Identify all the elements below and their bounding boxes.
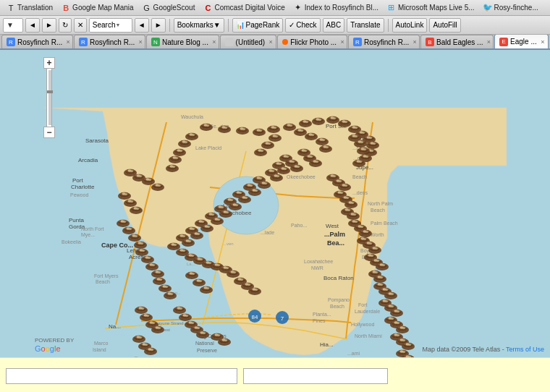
google-map-mania-icon: B [61, 3, 71, 13]
back-nav-button[interactable]: ◄ [135, 18, 149, 33]
tab-favicon-4 [225, 38, 234, 46]
map-container[interactable]: Sarasota Arcadia Port Charlotte Pewood P… [0, 50, 550, 357]
tab-close-4[interactable]: × [267, 38, 274, 46]
svg-text:...er: ...er [353, 155, 363, 161]
svg-text:Island: Island [93, 347, 106, 352]
tab-close-6[interactable]: × [411, 38, 418, 46]
svg-text:National: National [195, 341, 214, 346]
svg-text:...ayune Strand: ...ayune Strand [154, 321, 184, 325]
tab-eagle[interactable]: E Eagle ... × [494, 35, 549, 48]
svg-text:Hia...: Hia... [320, 341, 334, 348]
svg-text:...lade: ...lade [261, 230, 274, 235]
svg-text:North Palm: North Palm [368, 201, 393, 206]
refresh-button[interactable]: ↻ [59, 18, 72, 33]
svg-text:Bea...: Bea... [327, 239, 344, 247]
google-g: G [35, 344, 41, 353]
svg-text:Arcadia: Arcadia [78, 157, 98, 163]
tab-favicon-6: R [353, 38, 362, 46]
svg-text:84: 84 [252, 314, 258, 320]
svg-text:Fort Myers: Fort Myers [94, 273, 119, 279]
stop-icon: ✕ [77, 21, 83, 29]
tab-close-8[interactable]: × [539, 38, 546, 46]
googlescout-toolbar-item[interactable]: G GoogleScout [139, 1, 198, 14]
bottom-input-1[interactable] [6, 368, 237, 384]
tab-dot-5 [282, 39, 288, 45]
tab-close-5[interactable]: × [339, 38, 346, 46]
tab-label-2: Rosyfinch R... [90, 38, 135, 46]
tab-untitled[interactable]: (Untitled) × [220, 35, 277, 48]
svg-text:Pompano: Pompano [328, 297, 350, 303]
search-box[interactable]: Search ▼ [89, 18, 132, 33]
tab-close-3[interactable]: × [211, 38, 218, 46]
svg-text:Beach: Beach [330, 304, 344, 309]
refresh-icon: ↻ [62, 21, 68, 29]
tabs-bar: R Rosyfinch R... × R Rosyfinch R... × N … [0, 35, 550, 50]
svg-text:Hollywood: Hollywood [351, 322, 374, 328]
autolink-button[interactable]: AutoLink [392, 18, 428, 33]
tab-rosyfinch-2[interactable]: R Rosyfinch R... × [74, 35, 145, 48]
google-map-mania-toolbar-item[interactable]: B Google Map Mania [58, 1, 137, 14]
svg-text:Boca Raton: Boca Raton [323, 275, 354, 281]
svg-text:Forest: Forest [158, 328, 170, 332]
tab-label-1: Rosyfinch R... [17, 38, 62, 46]
pagerank-button[interactable]: 📊 PageRank [232, 18, 284, 33]
index-toolbar-item[interactable]: ✦ Index to Rosyfinch Bl... [290, 1, 381, 14]
microsoft-maps-toolbar-item[interactable]: ⊞ Microsoft Maps Live 5... [384, 1, 478, 14]
svg-text:Lake: Lake [223, 203, 236, 209]
svg-text:7: 7 [281, 315, 284, 322]
forward-button[interactable]: ► [42, 18, 56, 33]
tab-rosyfinch-3[interactable]: R Rosyfinch R... × [348, 35, 420, 48]
autofill-button[interactable]: AutoFill [429, 18, 460, 33]
tab-close-7[interactable]: × [485, 38, 492, 46]
forward-icon: ► [46, 21, 53, 29]
comcast-toolbar-item[interactable]: C Comcast Digital Voice [200, 1, 287, 14]
svg-text:Sarasota: Sarasota [85, 137, 109, 144]
tab-bald-eagles[interactable]: B Bald Eagles ... × [420, 35, 494, 48]
svg-text:...Palm: ...Palm [324, 231, 345, 238]
zoom-in-button[interactable]: + [43, 57, 55, 69]
svg-text:Se...ring: Se...ring [210, 124, 229, 129]
svg-text:Planta...: Planta... [313, 312, 331, 317]
svg-text:Beach: Beach [362, 255, 376, 260]
tab-nature-blog[interactable]: N Nature Blog ... × [146, 35, 219, 48]
rosy-finches-toolbar-item[interactable]: 🐦 Rosy-finche... [480, 1, 541, 14]
comcast-label: Comcast Digital Voice [214, 4, 284, 12]
check-label: Check [296, 21, 316, 29]
abc-button[interactable]: ABC [323, 18, 345, 33]
pagerank-label: PageRank [246, 21, 280, 29]
address-box[interactable]: ▼ [3, 18, 23, 33]
svg-text:Boynton: Boynton [360, 248, 379, 254]
zoom-out-button[interactable]: − [43, 127, 55, 138]
map-svg: Sarasota Arcadia Port Charlotte Pewood P… [0, 50, 550, 357]
svg-text:Bokeelia: Bokeelia [62, 239, 81, 244]
rosy-finches-icon: 🐦 [483, 3, 493, 13]
svg-text:Pewood: Pewood [70, 192, 88, 197]
bottom-input-2[interactable] [243, 368, 388, 384]
translate-button[interactable]: Translate [347, 18, 384, 33]
tab-favicon-3: N [151, 38, 160, 46]
tab-favicon-1: R [7, 38, 15, 46]
svg-text:West: West [326, 223, 339, 229]
bookmarks-button[interactable]: Bookmarks▼ [174, 18, 224, 33]
tab-rosyfinch-1[interactable]: R Rosyfinch R... × [1, 35, 73, 48]
svg-text:...art: ...art [355, 136, 365, 141]
zoom-slider-thumb [47, 90, 53, 93]
stop-button[interactable]: ✕ [74, 18, 87, 33]
svg-text:Big Cypress: Big Cypress [199, 333, 227, 339]
translation-toolbar-item[interactable]: T Translation [3, 1, 56, 14]
tab-close-2[interactable]: × [137, 38, 144, 46]
tab-close-1[interactable]: × [64, 38, 72, 46]
tab-flickr[interactable]: Flickr Photo ... × [277, 35, 347, 48]
svg-text:Lauderdale: Lauderdale [355, 309, 380, 314]
terms-of-use-link[interactable]: Terms of Use [506, 346, 544, 353]
svg-text:Immo...: Immo... [166, 291, 181, 295]
forward-nav-button[interactable]: ► [151, 18, 166, 33]
pagerank-icon: 📊 [236, 21, 245, 29]
check-button[interactable]: ✓ Check [285, 18, 320, 33]
back-button[interactable]: ◄ [25, 18, 40, 33]
zoom-slider[interactable] [46, 69, 52, 127]
svg-text:Paho...: Paho... [291, 223, 307, 228]
svg-text:Punta: Punta [69, 217, 84, 223]
svg-text:Goodia...: Goodia... [116, 357, 136, 357]
translation-label: Translation [17, 4, 53, 12]
